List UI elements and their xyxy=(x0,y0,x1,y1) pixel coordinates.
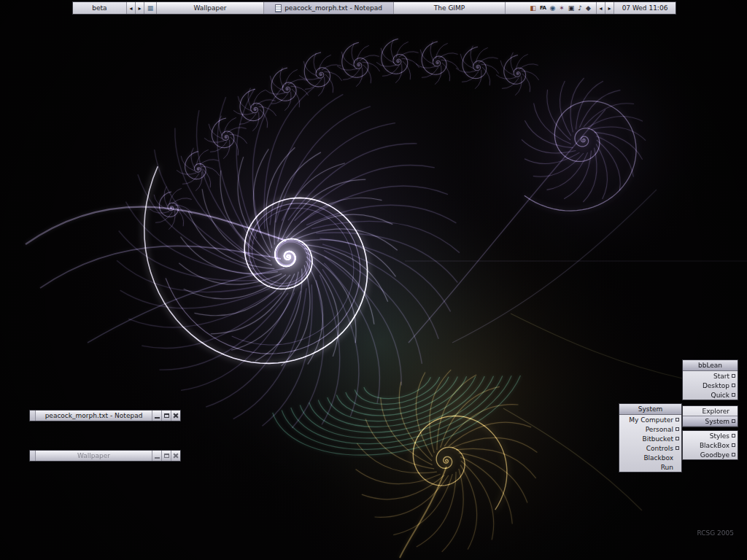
menu-item-blackbox[interactable]: Blackbox xyxy=(619,453,681,462)
minimize-icon xyxy=(155,417,160,419)
menu-item-system[interactable]: System xyxy=(683,416,738,427)
task-label: The GIMP xyxy=(434,4,465,12)
workspace-prev-button[interactable]: ◂ xyxy=(127,2,136,14)
taskbar-task-gimp[interactable]: The GIMP xyxy=(394,2,506,14)
bblean-menu: bbLean Start Desktop Quick Explorer Syst… xyxy=(682,359,738,460)
fractal-wallpaper[interactable] xyxy=(0,0,747,560)
maximize-icon xyxy=(164,413,169,418)
desktop: beta ◂ ▸ ▦ Wallpaper peacock_morph.txt -… xyxy=(0,0,747,560)
menu-item-label: Styles xyxy=(710,432,729,440)
maximize-icon xyxy=(164,454,169,458)
menu-item-label: Goodbye xyxy=(700,451,729,459)
minimize-button[interactable] xyxy=(152,411,161,421)
window-title: peacock_morph.txt - Notepad xyxy=(36,411,152,421)
menu-item-quick[interactable]: Quick xyxy=(683,390,738,400)
submenu-indicator-icon xyxy=(676,427,679,431)
tray-icon[interactable]: ♪ xyxy=(578,5,582,12)
menu-item-label: System xyxy=(705,418,729,425)
menu-item-label: Quick xyxy=(711,392,729,399)
menu-item-label: Bitbucket xyxy=(642,435,673,443)
menu-item-personal[interactable]: Personal xyxy=(619,424,681,434)
menu-item-label: Run xyxy=(661,464,673,471)
notepad-icon xyxy=(275,4,282,12)
menu-item-label: Desktop xyxy=(703,382,729,389)
close-icon xyxy=(171,451,180,461)
submenu-indicator-icon xyxy=(732,393,735,397)
taskbar: beta ◂ ▸ ▦ Wallpaper peacock_morph.txt -… xyxy=(72,1,676,15)
menu-item-my-computer[interactable]: My Computer xyxy=(619,415,681,424)
window-title: Wallpaper xyxy=(36,451,152,461)
minimize-button[interactable] xyxy=(152,451,161,461)
left-arrow-icon: ◂ xyxy=(599,5,602,12)
submenu-indicator-icon xyxy=(732,453,735,456)
workspace-next-button[interactable]: ▸ xyxy=(136,2,144,14)
close-button[interactable] xyxy=(171,451,180,461)
window-notepad-titlebar[interactable]: peacock_morph.txt - Notepad xyxy=(29,410,181,421)
window-wallpaper-titlebar[interactable]: Wallpaper xyxy=(29,450,181,462)
menu-item-label: BlackBox xyxy=(700,442,729,449)
right-arrow-icon: ▸ xyxy=(608,5,611,12)
minimize-icon xyxy=(155,457,160,459)
wallpaper-credit: RCSG 2005 xyxy=(697,529,734,537)
tray-icon[interactable]: ◆ xyxy=(586,5,591,12)
submenu-indicator-icon xyxy=(676,446,679,450)
menu-item-styles[interactable]: Styles xyxy=(683,431,738,440)
maximize-button[interactable] xyxy=(161,411,171,421)
menu-item-bitbucket[interactable]: Bitbucket xyxy=(619,434,681,443)
taskbar-task-notepad[interactable]: peacock_morph.txt - Notepad xyxy=(264,2,394,14)
window-menu-button[interactable]: ▦ xyxy=(144,2,157,14)
submenu-indicator-icon xyxy=(732,443,735,447)
tray-icon[interactable]: ✶ xyxy=(559,5,565,12)
window-grip[interactable] xyxy=(30,451,36,461)
submenu-indicator-icon xyxy=(676,437,679,440)
menu-item-start[interactable]: Start xyxy=(683,371,738,381)
menu-item-run[interactable]: Run xyxy=(619,462,681,472)
menu-item-label: Start xyxy=(713,373,729,380)
tray-icon[interactable]: ▣ xyxy=(568,5,575,12)
tray-icon[interactable]: ◧ xyxy=(530,5,536,12)
menu-item-label: Controls xyxy=(646,445,673,452)
close-icon xyxy=(171,411,180,421)
menu-item-label: Explorer xyxy=(703,408,729,415)
menu-item-label: Blackbox xyxy=(643,454,673,462)
task-label: peacock_morph.txt - Notepad xyxy=(285,4,382,12)
menu-item-desktop[interactable]: Desktop xyxy=(683,381,738,390)
tray-icon[interactable]: FA xyxy=(540,6,546,11)
system-menu: System My Computer Personal Bitbucket Co… xyxy=(619,403,682,472)
window-grip[interactable] xyxy=(30,411,36,421)
menu-item-goodbye[interactable]: Goodbye xyxy=(683,450,738,459)
clock[interactable]: 07 Wed 11:06 xyxy=(614,2,676,14)
tray-prev-button[interactable]: ◂ xyxy=(597,2,605,14)
tray-icon[interactable]: ◉ xyxy=(549,5,555,12)
tray-next-button[interactable]: ▸ xyxy=(605,2,614,14)
menu-title: System xyxy=(619,404,681,415)
menu-item-explorer[interactable]: Explorer xyxy=(683,406,738,416)
menu-title: bbLean xyxy=(683,360,738,371)
menu-item-label: Personal xyxy=(646,426,673,433)
taskbar-task-wallpaper[interactable]: Wallpaper xyxy=(157,2,264,14)
submenu-indicator-icon xyxy=(676,418,679,421)
submenu-indicator-icon xyxy=(732,419,735,423)
menu-item-label: My Computer xyxy=(629,416,673,424)
right-arrow-icon: ▸ xyxy=(138,5,141,12)
submenu-indicator-icon xyxy=(732,374,735,378)
grid-icon: ▦ xyxy=(147,4,154,12)
close-button[interactable] xyxy=(171,411,180,421)
system-tray: ◧ FA ◉ ✶ ▣ ♪ ◆ xyxy=(506,2,597,14)
menu-item-blackbox-root[interactable]: BlackBox xyxy=(683,440,738,450)
workspace-label[interactable]: beta xyxy=(73,2,127,14)
menu-item-controls[interactable]: Controls xyxy=(619,443,681,453)
submenu-indicator-icon xyxy=(732,384,735,387)
task-label: Wallpaper xyxy=(193,4,226,12)
submenu-indicator-icon xyxy=(732,434,735,438)
maximize-button[interactable] xyxy=(161,451,171,461)
left-arrow-icon: ◂ xyxy=(129,5,132,12)
